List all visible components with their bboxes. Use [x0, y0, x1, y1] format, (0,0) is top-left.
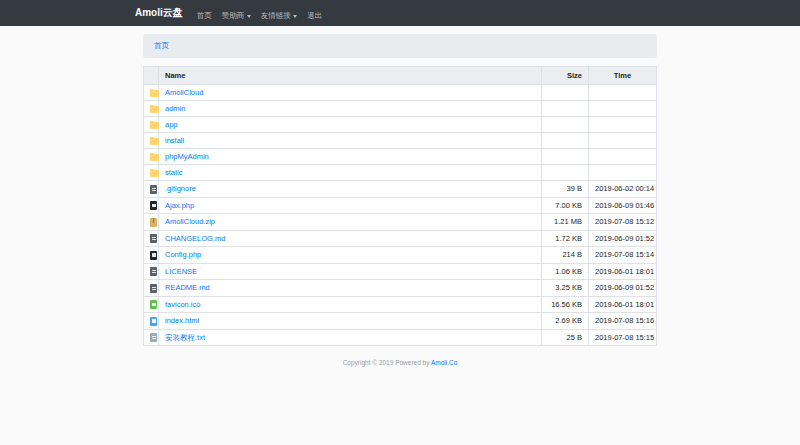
breadcrumb-home-link[interactable]: 首页	[154, 41, 169, 50]
file-time	[589, 149, 657, 165]
table-row: AmoliCloud.zip 1.21 MB 2019-07-08 15:12	[144, 214, 657, 231]
file-table: Name Size Time AmoliCloud admin app inst…	[143, 66, 657, 346]
top-navbar: Amoli云盘 首页 赞助商 友情链接 退出	[0, 0, 800, 26]
file-time: 2019-06-02 00:14	[589, 181, 657, 198]
table-row: index.html 2.69 KB 2019-07-08 15:16	[144, 313, 657, 330]
file-link[interactable]: AmoliCloud.zip	[165, 217, 215, 226]
file-size: 39 B	[542, 181, 589, 198]
file-size	[542, 133, 589, 149]
table-row: admin	[144, 101, 657, 117]
main-container: 首页 Name Size Time AmoliCloud admin app i…	[130, 34, 670, 366]
file-zip-icon	[150, 218, 157, 227]
file-link[interactable]: Ajax.php	[165, 201, 194, 210]
table-row: static	[144, 165, 657, 181]
file-link[interactable]: install	[165, 136, 184, 145]
file-time	[589, 165, 657, 181]
file-time	[589, 133, 657, 149]
nav-item-home[interactable]: 首页	[197, 11, 212, 21]
file-size: 25 B	[542, 329, 589, 346]
footer: Copyright © 2019 Powered by Amoli.Co	[143, 359, 657, 366]
breadcrumb: 首页	[143, 34, 657, 58]
folder-icon	[150, 90, 159, 97]
file-doc-icon	[150, 284, 157, 293]
table-row: Ajax.php 7.00 KB 2019-06-09 01:46	[144, 197, 657, 214]
column-header-size: Size	[542, 67, 589, 85]
table-row: 安装教程.txt 25 B 2019-07-08 15:15	[144, 329, 657, 346]
file-table-body: AmoliCloud admin app install phpMyAdmin …	[144, 85, 657, 346]
file-php-icon	[150, 251, 157, 260]
file-link[interactable]: admin	[165, 104, 185, 113]
file-time: 2019-07-08 15:14	[589, 247, 657, 264]
file-doc-icon	[150, 185, 157, 194]
file-time: 2019-06-09 01:52	[589, 280, 657, 297]
chevron-down-icon	[293, 15, 297, 18]
file-size: 2.69 KB	[542, 313, 589, 330]
file-link[interactable]: LICENSE	[165, 267, 197, 276]
file-size: 1.21 MB	[542, 214, 589, 231]
file-link[interactable]: phpMyAdmin	[165, 152, 209, 161]
table-row: AmoliCloud	[144, 85, 657, 101]
file-time: 2019-06-09 01:52	[589, 230, 657, 247]
file-link[interactable]: CHANGELOG.md	[165, 234, 225, 243]
file-time	[589, 101, 657, 117]
file-link[interactable]: README.md	[165, 283, 210, 292]
copyright-text: Copyright © 2019 Powered by	[343, 359, 430, 366]
nav-item-sponsors[interactable]: 赞助商	[222, 11, 251, 21]
file-time	[589, 85, 657, 101]
folder-icon	[150, 170, 159, 177]
file-time: 2019-07-08 15:15	[589, 329, 657, 346]
file-link[interactable]: AmoliCloud	[165, 88, 203, 97]
file-link[interactable]: index.html	[165, 316, 199, 325]
table-row: CHANGELOG.md 1.72 KB 2019-06-09 01:52	[144, 230, 657, 247]
file-size: 1.06 KB	[542, 263, 589, 280]
brand-link[interactable]: Amoli云盘	[135, 6, 183, 20]
file-size: 7.00 KB	[542, 197, 589, 214]
file-doc-icon	[150, 267, 157, 276]
file-link[interactable]: app	[165, 120, 178, 129]
file-size: 16.56 KB	[542, 296, 589, 313]
file-size: 3.25 KB	[542, 280, 589, 297]
file-time: 2019-06-01 18:01	[589, 296, 657, 313]
file-time: 2019-06-09 01:46	[589, 197, 657, 214]
file-doc-icon	[150, 234, 157, 243]
file-size: 214 B	[542, 247, 589, 264]
folder-icon	[150, 106, 159, 113]
file-link[interactable]: static	[165, 168, 183, 177]
footer-brand-link[interactable]: Amoli.Co	[431, 359, 457, 366]
file-html-icon	[150, 317, 157, 326]
file-table-header: Name Size Time	[144, 67, 657, 85]
column-header-name: Name	[159, 67, 542, 85]
table-row: install	[144, 133, 657, 149]
file-php-icon	[150, 201, 157, 210]
file-size	[542, 101, 589, 117]
table-row: phpMyAdmin	[144, 149, 657, 165]
file-link[interactable]: Config.php	[165, 250, 201, 259]
file-time: 2019-07-08 15:12	[589, 214, 657, 231]
table-row: .gitignore 39 B 2019-06-02 00:14	[144, 181, 657, 198]
file-link[interactable]: .gitignore	[165, 184, 196, 193]
nav-menu: 首页 赞助商 友情链接 退出	[192, 4, 328, 22]
file-link[interactable]: favicon.ico	[165, 300, 200, 309]
file-txt-icon	[150, 333, 157, 342]
file-time	[589, 117, 657, 133]
folder-icon	[150, 138, 159, 145]
table-row: app	[144, 117, 657, 133]
table-row: LICENSE 1.06 KB 2019-06-01 18:01	[144, 263, 657, 280]
table-row: Config.php 214 B 2019-07-08 15:14	[144, 247, 657, 264]
file-size	[542, 165, 589, 181]
table-row: favicon.ico 16.56 KB 2019-06-01 18:01	[144, 296, 657, 313]
file-link[interactable]: 安装教程.txt	[165, 333, 205, 342]
table-row: README.md 3.25 KB 2019-06-09 01:52	[144, 280, 657, 297]
file-time: 2019-07-08 15:16	[589, 313, 657, 330]
column-header-time: Time	[589, 67, 657, 85]
file-time: 2019-06-01 18:01	[589, 263, 657, 280]
file-size	[542, 85, 589, 101]
folder-icon	[150, 122, 159, 129]
folder-icon	[150, 154, 159, 161]
file-size: 1.72 KB	[542, 230, 589, 247]
file-size	[542, 117, 589, 133]
file-image-icon	[150, 300, 157, 309]
nav-item-friend-links[interactable]: 友情链接	[261, 11, 298, 21]
nav-item-logout[interactable]: 退出	[307, 11, 322, 21]
chevron-down-icon	[247, 15, 251, 18]
